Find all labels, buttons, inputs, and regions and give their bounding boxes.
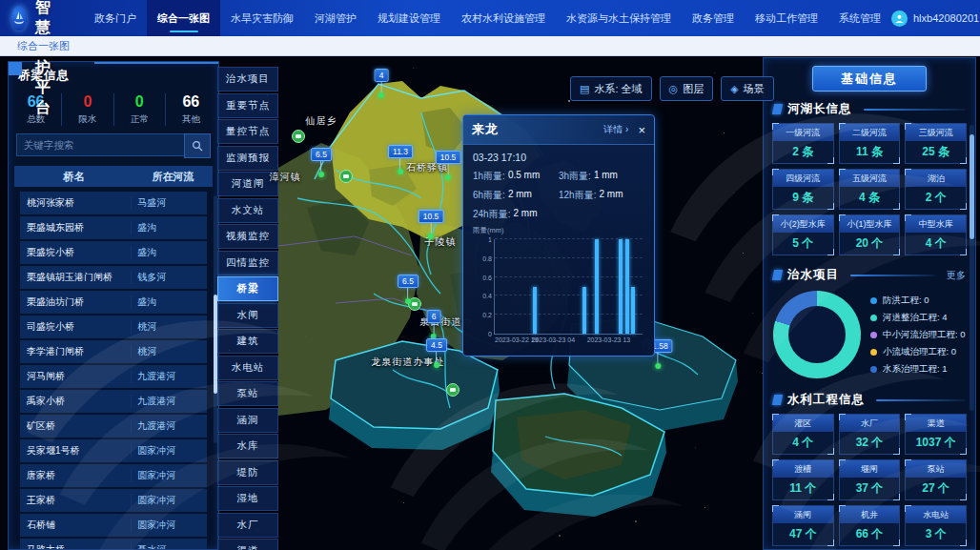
table-row[interactable]: 马路大桥聂水河 — [20, 539, 207, 549]
map-control-1[interactable]: ▤水系: 全域 — [570, 76, 652, 101]
layer-menu-item-1[interactable]: 治水项目 — [217, 67, 278, 92]
layer-menu-item-11[interactable]: 建筑 — [217, 329, 278, 354]
layer-menu-item-8[interactable]: 四情监控 — [217, 251, 278, 275]
table-row[interactable]: 石桥铺圆家冲河 — [20, 514, 207, 537]
layer-menu-item-3[interactable]: 量控节点 — [217, 119, 278, 144]
legend-dot — [870, 297, 877, 304]
rain-bar — [595, 239, 599, 334]
engineering-card-6: 泵站27 个 — [905, 459, 967, 500]
map-control-label: 水系: 全域 — [594, 82, 642, 96]
card-value: 3 个 — [906, 523, 966, 545]
table-row[interactable]: 唐家桥圆家冲河 — [20, 464, 207, 487]
map-marker[interactable]: 4 — [375, 69, 389, 98]
layer-menu-item-14[interactable]: 涵洞 — [217, 408, 278, 433]
card-label: 渡槽 — [773, 460, 833, 478]
table-row[interactable]: 河马闸桥九渡港河 — [20, 365, 207, 388]
river-card-1: 一级河流2 条 — [772, 123, 834, 164]
table-row[interactable]: 矿区桥九渡港河 — [20, 415, 207, 438]
card-value: 32 个 — [840, 432, 900, 454]
layer-menu-item-17[interactable]: 湿地 — [217, 486, 278, 511]
nav-item-3[interactable]: 水旱灾害防御 — [220, 0, 304, 36]
nav-item-5[interactable]: 规划建设管理 — [367, 0, 451, 36]
map-marker[interactable]: 6.5 — [398, 275, 419, 304]
camera-icon[interactable] — [292, 130, 305, 143]
y-tick-label: 0 — [488, 331, 492, 337]
popup-detail-link[interactable]: 详情 › — [603, 123, 628, 136]
legend-item-3: 中小河流治理工程: 0 — [870, 329, 966, 341]
layer-menu-item-10[interactable]: 水闸 — [217, 303, 278, 328]
nav-item-7[interactable]: 水资源与水土保持管理 — [556, 0, 682, 36]
map-controls: ▤水系: 全域◎图层◈场景 — [570, 76, 774, 101]
river-cell: 九渡港河 — [131, 419, 207, 433]
table-row[interactable]: 栗盛油坊门桥盛沟 — [20, 291, 207, 314]
table-row[interactable]: 栗盛垸小桥盛沟 — [20, 241, 207, 264]
card-label: 渠道 — [906, 415, 966, 432]
rain-metric: 3h雨量:1 mm — [559, 167, 644, 186]
river-cell: 圆家冲河 — [131, 469, 207, 482]
card-value: 4 个 — [773, 432, 833, 454]
basic-info-button[interactable]: 基础信息 — [812, 66, 927, 92]
nav-item-6[interactable]: 农村水利设施管理 — [451, 0, 556, 36]
card-value: 2 条 — [773, 141, 833, 163]
map-control-3[interactable]: ◈场景 — [721, 76, 773, 101]
dashboard-root: 水系连通智慧管护平台 政务门户综合一张图水旱灾害防御河湖管护规划建设管理农村水利… — [0, 0, 980, 550]
camera-icon[interactable] — [446, 383, 459, 397]
right-panel-scrollbar[interactable] — [970, 125, 974, 411]
table-row[interactable]: 禹家小桥九渡港河 — [20, 390, 207, 413]
map-marker[interactable]: 11.3 — [388, 145, 413, 174]
table-row[interactable]: 吴家堰1号桥圆家冲河 — [20, 439, 207, 462]
bridge-name-cell: 石桥铺 — [20, 519, 131, 532]
nav-item-10[interactable]: 系统管理 — [828, 0, 891, 36]
map-marker[interactable]: 6 — [427, 310, 441, 339]
nav-item-9[interactable]: 移动工作管理 — [745, 0, 828, 36]
map-marker[interactable]: 10.5 — [436, 151, 461, 180]
layer-menu-item-7[interactable]: 视频监控 — [217, 224, 278, 249]
map-marker[interactable]: 6.5 — [311, 148, 332, 177]
marker-location-dot — [434, 362, 439, 368]
layer-menu-item-2[interactable]: 重要节点 — [217, 93, 278, 118]
table-row[interactable]: 王家桥圆家冲河 — [20, 489, 207, 512]
legend-label: 河道整治工程: 4 — [883, 312, 948, 324]
layer-menu-item-6[interactable]: 水文站 — [217, 198, 278, 223]
engineering-card-4: 渡槽11 个 — [772, 459, 834, 500]
layer-menu-item-18[interactable]: 水厂 — [217, 513, 278, 538]
table-row[interactable]: 桃河张家桥马盛河 — [20, 192, 207, 214]
river-cell: 盛沟 — [131, 221, 207, 234]
layer-menu-item-9[interactable]: 桥梁 — [217, 276, 278, 301]
bridge-name-cell: 禹家小桥 — [20, 395, 131, 408]
marker-location-dot — [405, 298, 411, 304]
table-row[interactable]: 李学港门闸桥桃河 — [20, 340, 207, 363]
user-menu[interactable]: hlxb42080201 ▾ — [891, 10, 980, 27]
nav-item-2[interactable]: 综合一张图 — [147, 0, 220, 36]
layer-menu-item-13[interactable]: 泵站 — [217, 381, 278, 406]
marker-stem — [399, 158, 400, 169]
top-navbar: 水系连通智慧管护平台 政务门户综合一张图水旱灾害防御河湖管护规划建设管理农村水利… — [0, 0, 980, 36]
metric-label: 1h雨量: — [473, 170, 505, 183]
layer-menu-item-4[interactable]: 监测预报 — [217, 146, 278, 171]
layer-menu-item-12[interactable]: 水电站 — [217, 356, 278, 380]
layer-menu-item-19[interactable]: 渠道 — [217, 539, 278, 550]
map-control-2[interactable]: ◎图层 — [660, 76, 714, 101]
breadcrumb-text: 综合一张图 — [17, 40, 70, 51]
search-button[interactable] — [184, 133, 211, 158]
nav-item-4[interactable]: 河湖管护 — [304, 0, 367, 36]
map-control-label: 场景 — [744, 82, 765, 96]
legend-item-4: 小流域治理工程: 0 — [870, 346, 966, 358]
search-input[interactable] — [16, 133, 184, 156]
project-more-link[interactable]: 更多 — [947, 269, 966, 282]
user-avatar-icon — [891, 10, 908, 27]
layer-menu-item-15[interactable]: 水库 — [217, 434, 278, 458]
table-row[interactable]: 栗盛城东园桥盛沟 — [20, 216, 207, 239]
river-card-5: 五级河流4 条 — [839, 169, 901, 210]
table-row[interactable]: 栗盛镇胡玉港门闸桥钱多河 — [20, 266, 207, 289]
scene-icon: ◈ — [730, 83, 738, 95]
layer-menu-item-16[interactable]: 堤防 — [217, 460, 278, 485]
camera-icon[interactable] — [339, 170, 353, 183]
close-icon[interactable]: × — [638, 124, 645, 136]
card-value: 5 个 — [773, 233, 833, 255]
map-marker[interactable]: 4.5 — [426, 338, 447, 368]
nav-item-8[interactable]: 政务管理 — [682, 0, 745, 36]
nav-item-1[interactable]: 政务门户 — [84, 0, 147, 36]
table-row[interactable]: 司盛垸小桥桃河 — [20, 316, 207, 338]
map-marker[interactable]: 10.5 — [419, 210, 444, 239]
